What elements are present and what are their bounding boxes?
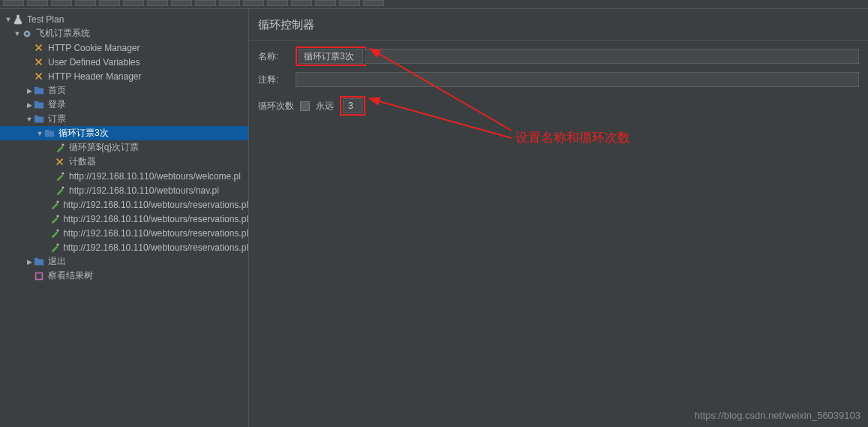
- svg-rect-18: [35, 257, 38, 260]
- svg-rect-17: [35, 259, 44, 265]
- toolbar-button[interactable]: [123, 0, 144, 6]
- loop-row: 循环次数 永远: [249, 90, 868, 122]
- tree-item-label: http://192.168.10.110/webtours/nav.pl: [69, 185, 219, 196]
- toolbar-button[interactable]: [99, 0, 120, 6]
- tree-item[interactable]: http://192.168.10.110/webtours/reservati…: [0, 240, 248, 254]
- toolbar-button[interactable]: [315, 0, 336, 6]
- tree-item[interactable]: 察看结果树: [0, 269, 248, 283]
- comment-row: 注释:: [249, 69, 868, 90]
- sampler-icon: [54, 142, 66, 154]
- tree-item[interactable]: 计数器: [0, 155, 248, 169]
- tree-item[interactable]: HTTP Header Manager: [0, 69, 248, 83]
- tree-item[interactable]: http://192.168.10.110/webtours/reservati…: [0, 212, 248, 226]
- tree-item[interactable]: ▼订票: [0, 112, 248, 126]
- tree-item-label: 首页: [48, 84, 66, 97]
- tree-item-label: 退出: [48, 255, 66, 268]
- sampler-icon: [54, 170, 66, 182]
- toolbar-button[interactable]: [147, 0, 168, 6]
- main-area: ▼Test Plan▼飞机订票系统HTTP Cookie ManagerUser…: [0, 9, 868, 427]
- tree-item-label: 循环第${q}次订票: [69, 141, 139, 154]
- tree-item[interactable]: User Defined Variables: [0, 55, 248, 69]
- tree-item-label: http://192.168.10.110/webtours/reservati…: [63, 214, 248, 224]
- tree-expand-icon[interactable]: ▼: [14, 30, 21, 38]
- forever-checkbox[interactable]: [300, 101, 310, 111]
- tree-item[interactable]: ▼飞机订票系统: [0, 26, 248, 41]
- svg-rect-8: [45, 131, 54, 137]
- tree-item[interactable]: ▼Test Plan: [0, 12, 248, 26]
- toolbar-button[interactable]: [339, 0, 360, 6]
- svg-rect-16: [57, 243, 59, 245]
- forever-label: 永远: [316, 100, 334, 113]
- flask-icon: [12, 14, 24, 26]
- tree-item[interactable]: ▶首页: [0, 83, 248, 98]
- tree-collapse-icon[interactable]: ▶: [26, 258, 33, 266]
- folder-icon: [33, 85, 45, 97]
- toolbar-button[interactable]: [243, 0, 264, 6]
- sampler-icon: [50, 213, 60, 225]
- svg-rect-10: [62, 143, 65, 146]
- svg-point-1: [26, 32, 29, 35]
- svg-rect-15: [57, 229, 59, 231]
- name-input[interactable]: [299, 49, 363, 64]
- tree[interactable]: ▼Test Plan▼飞机订票系统HTTP Cookie ManagerUser…: [0, 9, 248, 283]
- tree-item[interactable]: ▼循环订票3次: [0, 126, 248, 140]
- toolbar-button[interactable]: [291, 0, 312, 6]
- svg-rect-11: [62, 172, 65, 174]
- svg-rect-12: [62, 186, 65, 188]
- folder-icon: [44, 128, 56, 140]
- name-input-ext[interactable]: [365, 49, 859, 64]
- tree-item[interactable]: http://192.168.10.110/webtours/welcome.p…: [0, 169, 248, 183]
- tree-expand-icon[interactable]: ▼: [26, 116, 33, 123]
- sampler-icon: [50, 227, 60, 239]
- tree-item-label: 登录: [48, 98, 66, 111]
- folder-icon: [33, 113, 45, 125]
- toolbar-button[interactable]: [267, 0, 288, 6]
- toolbar-button[interactable]: [27, 0, 48, 6]
- listener-icon: [33, 270, 45, 282]
- toolbar-button[interactable]: [171, 0, 192, 6]
- config-icon: [33, 42, 45, 54]
- tree-item-label: Test Plan: [27, 14, 64, 25]
- comment-input[interactable]: [296, 72, 859, 87]
- tree-collapse-icon[interactable]: ▶: [26, 101, 33, 109]
- svg-rect-2: [35, 88, 44, 94]
- config-icon: [54, 156, 66, 168]
- tree-item-label: HTTP Cookie Manager: [48, 43, 140, 53]
- tree-sidebar: ▼Test Plan▼飞机订票系统HTTP Cookie ManagerUser…: [0, 9, 249, 427]
- tree-expand-icon[interactable]: ▼: [36, 130, 44, 137]
- tree-item[interactable]: http://192.168.10.110/webtours/nav.pl: [0, 183, 248, 197]
- sampler-icon: [50, 242, 60, 254]
- toolbar-button[interactable]: [195, 0, 216, 6]
- toolbar-button[interactable]: [51, 0, 72, 6]
- tree-item-label: http://192.168.10.110/webtours/reservati…: [63, 242, 248, 253]
- tree-item[interactable]: http://192.168.10.110/webtours/reservati…: [0, 226, 248, 240]
- svg-rect-5: [35, 101, 38, 103]
- folder-icon: [33, 99, 45, 111]
- sampler-icon: [54, 185, 66, 197]
- loop-count-label: 循环次数: [258, 100, 294, 113]
- tree-item[interactable]: 循环第${q}次订票: [0, 140, 248, 155]
- tree-expand-icon[interactable]: ▼: [5, 16, 12, 23]
- tree-item-label: http://192.168.10.110/webtours/reservati…: [63, 200, 248, 210]
- tree-item-label: http://192.168.10.110/webtours/welcome.p…: [69, 171, 241, 182]
- tree-item-label: HTTP Header Manager: [48, 71, 142, 82]
- panel-title: 循环控制器: [249, 15, 868, 41]
- svg-rect-14: [57, 215, 59, 217]
- svg-rect-4: [35, 102, 44, 108]
- toolbar-button[interactable]: [363, 0, 384, 6]
- tree-item[interactable]: HTTP Cookie Manager: [0, 41, 248, 55]
- tree-collapse-icon[interactable]: ▶: [26, 87, 33, 95]
- tree-item[interactable]: http://192.168.10.110/webtours/reservati…: [0, 197, 248, 212]
- loop-count-input[interactable]: [343, 98, 362, 113]
- tree-item[interactable]: ▶登录: [0, 98, 248, 112]
- tree-item[interactable]: ▶退出: [0, 254, 248, 269]
- toolbar-button[interactable]: [3, 0, 24, 6]
- name-label: 名称:: [258, 50, 296, 63]
- tree-item-label: 飞机订票系统: [36, 27, 90, 40]
- toolbar-button[interactable]: [219, 0, 240, 6]
- config-icon: [33, 71, 45, 83]
- toolbar-button[interactable]: [75, 0, 96, 6]
- comment-label: 注释:: [258, 74, 296, 86]
- sidebar-scrollbar[interactable]: [242, 9, 248, 427]
- toolbar: [0, 0, 868, 9]
